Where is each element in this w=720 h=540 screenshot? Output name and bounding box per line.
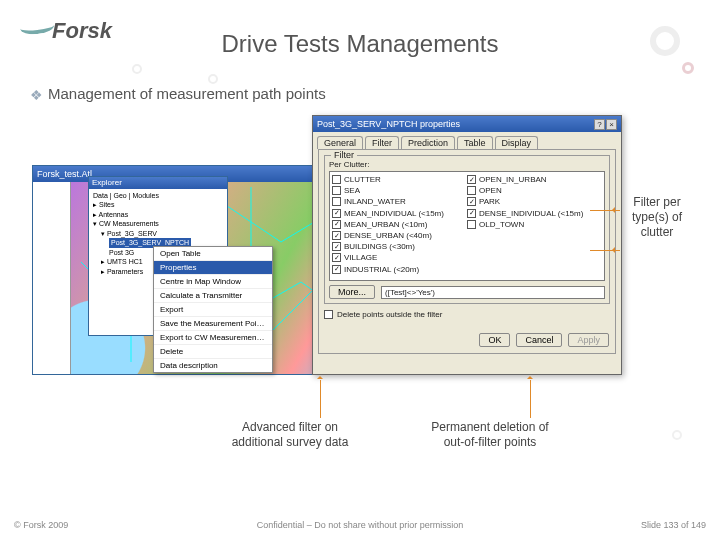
checkbox-icon[interactable]	[332, 186, 341, 195]
checkbox-icon[interactable]: ✓	[467, 197, 476, 206]
checkbox-icon[interactable]: ✓	[332, 242, 341, 251]
list-item[interactable]: ✓INDUSTRIAL (<20m)	[332, 264, 467, 275]
checkbox-icon[interactable]: ✓	[467, 175, 476, 184]
menu-item[interactable]: Centre in Map Window	[154, 275, 272, 289]
list-item[interactable]: ✓BUILDINGS (<30m)	[332, 241, 467, 252]
window-buttons[interactable]: ?×	[593, 119, 617, 130]
properties-dialog[interactable]: Post_3G_SERV_NPTCH properties ?× General…	[312, 115, 622, 375]
menu-item[interactable]: Data description	[154, 359, 272, 372]
tree-node[interactable]: ▾ CW Measurements	[93, 219, 223, 228]
tab-general[interactable]: General	[317, 136, 363, 149]
arrow-icon	[320, 380, 321, 418]
arrow-icon	[530, 380, 531, 418]
bullet-icon: ❖	[30, 87, 43, 103]
tab-prediction[interactable]: Prediction	[401, 136, 455, 149]
list-item[interactable]: ✓VILLAGE	[332, 252, 467, 263]
tree-node[interactable]: ▾ Post_3G_SERV	[93, 229, 223, 238]
slide-subtitle: Management of measurement path points	[48, 85, 326, 102]
list-item[interactable]: ✓DENSE_INDIVIDUAL (<15m)	[467, 208, 602, 219]
tab-display[interactable]: Display	[495, 136, 539, 149]
checkbox-icon[interactable]: ✓	[332, 253, 341, 262]
tree-node[interactable]: ▸ Sites	[93, 200, 223, 209]
explorer-tab[interactable]: Data	[93, 192, 108, 199]
menu-item-highlight[interactable]: Properties	[154, 261, 272, 275]
tab-filter[interactable]: Filter	[365, 136, 399, 149]
tree-node[interactable]: ▸ Antennas	[93, 210, 223, 219]
map-ruler-left	[33, 182, 71, 374]
filter-panel: Filter Per Clutter: CLUTTER SEA INLAND_W…	[318, 149, 616, 354]
callout-filter-clutter: Filter per type(s) of clutter	[622, 195, 692, 240]
map-window-title: Forsk_test.Atl	[37, 169, 92, 179]
per-clutter-label: Per Clutter:	[329, 160, 605, 169]
tab-table[interactable]: Table	[457, 136, 493, 149]
callout-advanced-filter: Advanced filter on additional survey dat…	[230, 420, 350, 450]
close-icon[interactable]: ×	[606, 119, 617, 130]
menu-item[interactable]: Calculate a Transmitter	[154, 289, 272, 303]
checkbox-icon[interactable]: ✓	[332, 209, 341, 218]
filter-expression-input[interactable]: ([Test]<>'Yes')	[381, 286, 605, 299]
properties-tabs: General Filter Prediction Table Display	[313, 132, 621, 149]
apply-button[interactable]: Apply	[568, 333, 609, 347]
menu-item[interactable]: Delete	[154, 345, 272, 359]
checkbox-icon[interactable]	[332, 175, 341, 184]
list-item[interactable]: CLUTTER	[332, 174, 467, 185]
clutter-list[interactable]: CLUTTER SEA INLAND_WATER ✓MEAN_INDIVIDUA…	[329, 171, 605, 281]
explorer-title: Explorer	[89, 177, 227, 189]
list-item[interactable]: OLD_TOWN	[467, 219, 602, 230]
explorer-tab[interactable]: Geo	[114, 192, 127, 199]
checkbox-icon[interactable]	[332, 197, 341, 206]
more-button[interactable]: More...	[329, 285, 375, 299]
list-item[interactable]: INLAND_WATER	[332, 196, 467, 207]
context-menu[interactable]: Open Table Properties Centre in Map Wind…	[153, 246, 273, 373]
properties-titlebar: Post_3G_SERV_NPTCH properties ?×	[313, 116, 621, 132]
checkbox-icon[interactable]: ✓	[467, 209, 476, 218]
callout-permanent-deletion: Permanent deletion of out-of-filter poin…	[420, 420, 560, 450]
menu-item[interactable]: Export to CW Measurements...	[154, 331, 272, 345]
ok-button[interactable]: OK	[479, 333, 510, 347]
footer-page: Slide 133 of 149	[641, 520, 706, 530]
illustration-area: Forsk_test.Atl _ □ ×	[32, 115, 592, 415]
list-item[interactable]: ✓MEAN_URBAN (<10m)	[332, 219, 467, 230]
checkbox-icon[interactable]	[324, 310, 333, 319]
checkbox-icon[interactable]	[467, 186, 476, 195]
list-item[interactable]: ✓MEAN_INDIVIDUAL (<15m)	[332, 208, 467, 219]
arrow-icon	[590, 250, 620, 251]
footer-confidential: Confidential – Do not share without prio…	[0, 520, 720, 530]
list-item[interactable]: ✓DENSE_URBAN (<40m)	[332, 230, 467, 241]
menu-item[interactable]: Save the Measurement Points...	[154, 317, 272, 331]
checkbox-icon[interactable]	[467, 220, 476, 229]
filter-group: Filter Per Clutter: CLUTTER SEA INLAND_W…	[324, 155, 610, 304]
list-item[interactable]: OPEN	[467, 185, 602, 196]
list-item[interactable]: ✓PARK	[467, 196, 602, 207]
properties-title: Post_3G_SERV_NPTCH properties	[317, 119, 460, 129]
checkbox-icon[interactable]: ✓	[332, 265, 341, 274]
explorer-tab[interactable]: Modules	[132, 192, 158, 199]
list-item[interactable]: ✓OPEN_IN_URBAN	[467, 174, 602, 185]
cancel-button[interactable]: Cancel	[516, 333, 562, 347]
slide-title: Drive Tests Managements	[0, 30, 720, 58]
arrow-icon	[590, 210, 620, 211]
menu-item[interactable]: Export	[154, 303, 272, 317]
explorer-tab-row: Data | Geo | Modules	[93, 191, 223, 200]
delete-row[interactable]: Delete points outside the filter	[324, 310, 610, 319]
checkbox-icon[interactable]: ✓	[332, 220, 341, 229]
help-icon[interactable]: ?	[594, 119, 605, 130]
checkbox-icon[interactable]: ✓	[332, 231, 341, 240]
delete-label: Delete points outside the filter	[337, 310, 442, 319]
filter-group-label: Filter	[331, 150, 357, 160]
menu-item[interactable]: Open Table	[154, 247, 272, 261]
list-item[interactable]: SEA	[332, 185, 467, 196]
